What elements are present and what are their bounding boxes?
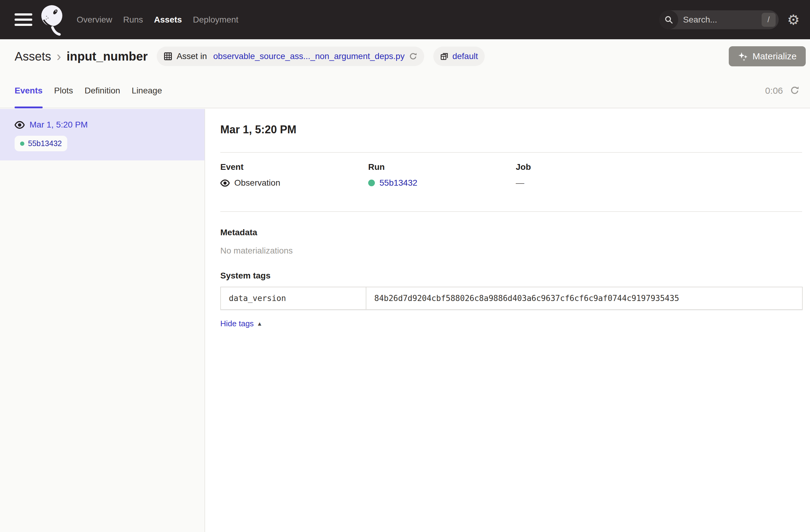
reload-definition-icon[interactable] — [409, 52, 418, 61]
collapse-caret-icon: ▲ — [257, 321, 263, 326]
repo-grid-icon — [440, 52, 449, 61]
asset-tabs: Events Plots Definition Lineage — [15, 73, 162, 108]
system-tags-heading: System tags — [220, 271, 802, 280]
tab-definition[interactable]: Definition — [85, 73, 120, 108]
asset-location-prefix: Asset in — [177, 51, 209, 61]
event-list-item-selected[interactable]: Mar 1, 5:20 PM 55b13432 — [0, 109, 205, 160]
code-location-pill: default — [433, 47, 485, 66]
run-id-link[interactable]: 55b13432 — [379, 178, 418, 188]
nav-item-runs[interactable]: Runs — [123, 15, 143, 25]
run-id-badge[interactable]: 55b13432 — [15, 136, 67, 151]
search-icon — [659, 10, 678, 29]
run-id-badge-label: 55b13432 — [28, 139, 62, 148]
page-title: input_number — [67, 50, 148, 63]
nav-item-deployment[interactable]: Deployment — [193, 15, 238, 25]
primary-nav: Overview Runs Assets Deployment — [77, 15, 238, 25]
search-shortcut-badge: / — [762, 13, 776, 27]
metadata-heading: Metadata — [220, 228, 802, 237]
search-input[interactable] — [678, 15, 762, 25]
metadata-empty-text: No materializations — [220, 246, 802, 256]
observation-eye-icon — [220, 179, 230, 187]
dagster-logo-icon[interactable] — [39, 3, 69, 36]
sparkles-icon — [738, 51, 748, 62]
code-location-link[interactable]: default — [452, 51, 478, 61]
hamburger-menu-icon[interactable] — [15, 13, 32, 26]
asset-location-pill: Asset in observable_source_ass..._non_ar… — [157, 47, 424, 66]
run-status-dot — [368, 180, 375, 186]
hide-tags-toggle[interactable]: Hide tags ▲ — [220, 319, 263, 328]
settings-gear-icon[interactable]: ⚙ — [787, 13, 800, 27]
system-tags-table: data_version 84b26d7d9204cbf588026c8a988… — [220, 287, 803, 310]
run-status-dot — [20, 142, 25, 146]
event-column-label: Event — [220, 162, 368, 172]
refresh-icon[interactable] — [790, 85, 800, 96]
run-column-label: Run — [368, 162, 516, 172]
system-tag-value-cell: 84b26d7d9204cbf588026c8a9886d403a6c9637c… — [366, 287, 802, 309]
divider — [220, 152, 802, 153]
materialize-button[interactable]: Materialize — [729, 46, 806, 66]
hide-tags-label: Hide tags — [220, 319, 254, 328]
nav-item-assets[interactable]: Assets — [154, 15, 182, 25]
asset-header-row: Assets › input_number Asset in observabl… — [0, 39, 810, 73]
event-detail-panel: Mar 1, 5:20 PM Event Observation Run 55b… — [206, 109, 810, 532]
nav-item-overview[interactable]: Overview — [77, 15, 112, 25]
divider — [220, 211, 802, 212]
tab-plots[interactable]: Plots — [54, 73, 73, 108]
observation-eye-icon — [15, 121, 25, 129]
asset-table-icon — [163, 52, 173, 61]
event-type-value: Observation — [234, 178, 280, 188]
job-empty-value: — — [516, 178, 524, 188]
event-list-sidebar: Mar 1, 5:20 PM 55b13432 — [0, 109, 205, 532]
system-tag-key-cell: data_version — [221, 287, 366, 309]
tab-lineage[interactable]: Lineage — [132, 73, 162, 108]
breadcrumb-separator-icon: › — [56, 50, 61, 63]
refresh-timer: 0:06 — [765, 85, 783, 96]
materialize-button-label: Materialize — [752, 51, 797, 62]
event-detail-title: Mar 1, 5:20 PM — [220, 123, 802, 136]
event-timestamp: Mar 1, 5:20 PM — [30, 120, 87, 130]
breadcrumb-assets-link[interactable]: Assets — [15, 50, 51, 63]
global-search[interactable]: / — [659, 10, 779, 29]
asset-definition-file-link[interactable]: observable_source_ass..._non_argument_de… — [213, 51, 405, 61]
job-column-label: Job — [516, 162, 802, 172]
tab-events[interactable]: Events — [15, 73, 43, 108]
top-nav-bar: Overview Runs Assets Deployment / ⚙ — [0, 0, 810, 39]
asset-tabs-row: Events Plots Definition Lineage 0:06 — [0, 73, 810, 108]
